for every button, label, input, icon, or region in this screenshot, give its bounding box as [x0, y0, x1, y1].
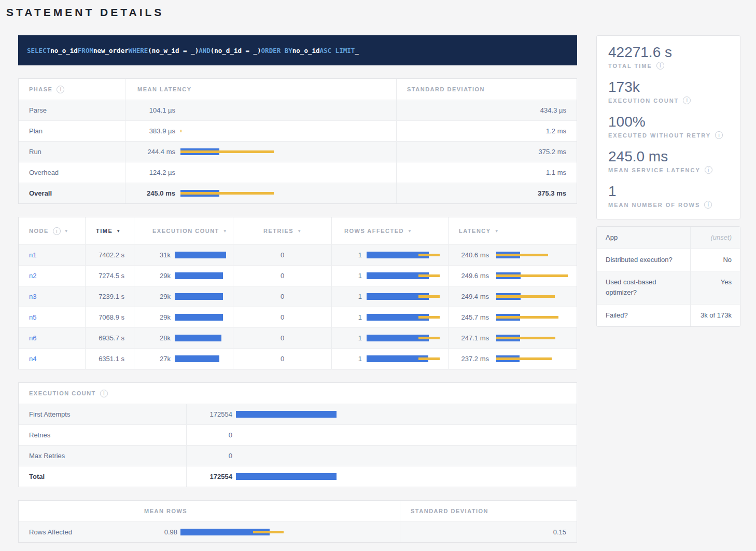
stat-label-text: EXECUTED WITHOUT RETRY — [608, 132, 711, 139]
stddev-line — [180, 192, 274, 195]
stddev-line — [418, 316, 440, 319]
rows-affected-cell: 1 — [331, 349, 448, 369]
node-link[interactable]: n1 — [29, 251, 36, 259]
execution-count-cell: 29k — [134, 286, 233, 307]
std-dev-header-label: STANDARD DEVIATION — [407, 86, 485, 92]
rows-affected-column-header[interactable]: ROWS AFFECTED — [331, 217, 448, 244]
execution-count-bar — [175, 293, 229, 300]
sql-token: WHERE — [129, 47, 148, 54]
node-link[interactable]: n6 — [29, 334, 36, 342]
info-icon[interactable] — [704, 201, 712, 209]
std-dev-header-label: STANDARD DEVIATION — [411, 508, 488, 514]
stat-value: 100% — [608, 113, 729, 131]
execution-count-row: Total172554 — [19, 466, 577, 487]
fact-value: Yes — [690, 271, 740, 304]
mean-bar — [236, 411, 337, 418]
node-cell: n2 — [19, 266, 85, 286]
retries-value: 0 — [233, 349, 331, 369]
latency-bar — [180, 148, 388, 155]
mean-latency-cell: 124.2 µs — [125, 162, 396, 183]
node-row: n17402.2 s31k01240.6 ms — [19, 244, 577, 265]
phase-name: Parse — [19, 100, 125, 120]
latency-bar — [180, 107, 388, 114]
time-value: 7402.2 s — [85, 245, 134, 265]
node-link[interactable]: n4 — [29, 355, 36, 363]
execution-count-value: 0 — [187, 431, 232, 439]
rows-affected-header-label: ROWS AFFECTED — [344, 228, 404, 234]
latency-value: 249.4 ms — [449, 293, 489, 300]
fact-row: Distributed execution?No — [597, 249, 740, 271]
latency-value: 240.6 ms — [449, 251, 489, 259]
mean-latency-cell: 383.9 µs — [125, 121, 396, 141]
stddev-line — [418, 274, 440, 277]
stddev-line — [496, 274, 568, 277]
info-icon[interactable] — [53, 227, 61, 235]
sql-token: no_o_id — [292, 47, 320, 54]
rows-affected-cell: 1 — [331, 286, 448, 307]
phase-table: PHASE MEAN LATENCY STANDARD DEVIATION Pa… — [18, 78, 577, 204]
time-column-header[interactable]: TIME — [85, 217, 134, 244]
rows-affected-value: 1 — [332, 313, 362, 321]
node-column-header[interactable]: NODE — [19, 217, 85, 244]
rows-affected-bar — [367, 252, 443, 258]
fact-value: 3k of 173k — [690, 305, 740, 326]
latency-bar — [180, 190, 388, 197]
stat-label-text: TOTAL TIME — [608, 63, 652, 69]
execution-count-bar — [175, 252, 229, 258]
rows-affected-bar — [367, 293, 443, 300]
rows-affected-value: 1 — [332, 355, 362, 363]
node-row: n46351.1 s27k01237.2 ms — [19, 348, 577, 369]
execution-count-table-body: First Attempts172554Retries0Max Retries0… — [19, 404, 577, 487]
stddev-line — [496, 316, 558, 319]
node-cell: n3 — [19, 286, 85, 307]
latency-bar — [180, 128, 388, 134]
mean-bar — [175, 272, 223, 279]
info-icon[interactable] — [57, 86, 64, 93]
execution-count-cell: 28k — [134, 328, 233, 348]
stddev-line — [418, 337, 440, 339]
statement-facts-card: App(unset)Distributed execution?NoUsed c… — [596, 226, 740, 327]
node-link[interactable]: n3 — [29, 293, 36, 300]
phase-table-header: PHASE MEAN LATENCY STANDARD DEVIATION — [19, 79, 577, 100]
execution-count-section-label: EXECUTION COUNT — [29, 390, 96, 396]
stat-value: 173k — [608, 78, 729, 96]
sql-token: AND — [199, 47, 211, 54]
mean-bar — [236, 473, 337, 480]
retries-value: 0 — [233, 245, 331, 265]
retries-column-header[interactable]: RETRIES — [233, 217, 331, 244]
latency-bar — [496, 314, 570, 321]
info-icon[interactable] — [715, 131, 723, 139]
fact-label: Used cost-based optimizer? — [597, 271, 690, 304]
rows-affected-bar — [367, 355, 443, 362]
phase-row: Parse104.1 µs434.3 µs — [19, 100, 577, 120]
rows-affected-value: 1 — [332, 251, 362, 259]
stat-label: EXECUTION COUNT — [608, 97, 729, 104]
execution-count-bar — [175, 335, 229, 341]
execution-count-value-cell: 0 — [186, 425, 577, 445]
phase-table-body: Parse104.1 µs434.3 µsPlan383.9 µs1.2 msR… — [19, 100, 577, 203]
info-icon[interactable] — [100, 390, 108, 397]
time-value: 7068.9 s — [85, 307, 134, 327]
execution-count-column-header[interactable]: EXECUTION COUNT — [134, 217, 233, 244]
rows-affected-cell: 1 — [331, 307, 448, 327]
statement-details-page: STATEMENT DETAILS SELECT no_o_id FROM ne… — [0, 0, 756, 551]
node-link[interactable]: n2 — [29, 272, 36, 280]
info-icon[interactable] — [705, 166, 712, 174]
time-value: 6935.7 s — [85, 328, 134, 348]
latency-column-header[interactable]: LATENCY — [448, 217, 577, 244]
sql-token: SELECT — [27, 47, 50, 54]
retries-value: 0 — [233, 328, 331, 348]
info-icon[interactable] — [683, 97, 691, 104]
node-header-label: NODE — [29, 228, 49, 234]
node-link[interactable]: n5 — [29, 313, 36, 321]
fact-label: Distributed execution? — [597, 249, 690, 271]
phase-row: Run244.4 ms375.2 ms — [19, 141, 577, 162]
execution-count-section-header: EXECUTION COUNT — [19, 383, 577, 404]
phase-row: Plan383.9 µs1.2 ms — [19, 120, 577, 141]
node-row: n66935.7 s28k01247.1 ms — [19, 327, 577, 348]
stat-value: 1 — [608, 182, 729, 200]
info-icon[interactable] — [656, 62, 664, 70]
execution-count-bar — [175, 272, 229, 279]
stat-label-text: MEAN NUMBER OF ROWS — [608, 202, 700, 208]
execution-count-cell: 27k — [134, 349, 233, 369]
